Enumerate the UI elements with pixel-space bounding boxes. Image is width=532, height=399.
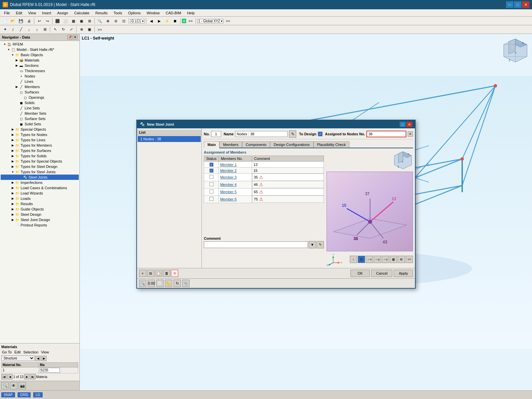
nav-close-btn[interactable]: ✕ (73, 35, 77, 40)
tree-load-cases[interactable]: ▶ 📁 Load Cases & Combinations (1, 185, 79, 191)
tree-toggle-memsets[interactable] (15, 111, 19, 115)
tree-toggle-sec[interactable]: ▶ (15, 64, 19, 67)
tree-types-nodes[interactable]: ▶ 📁 Types for Nodes (1, 132, 79, 137)
tree-toggle-mat[interactable]: ▶ (15, 58, 19, 62)
tree-surface-sets[interactable]: ◻ Surface Sets (1, 116, 79, 121)
tb2-plane[interactable]: ▣ (86, 26, 93, 33)
menu-results[interactable]: Results (93, 10, 110, 16)
tree-sections[interactable]: ▶ ▬ Sections (1, 63, 79, 68)
lg-badge[interactable]: LG (33, 392, 42, 397)
tb2-load2[interactable]: ↕ (33, 26, 41, 33)
tree-toggle-tsurfaces[interactable]: ▶ (11, 149, 15, 153)
menu-window[interactable]: Window (144, 10, 162, 16)
tree-toggle-tsteeljoints[interactable]: ▾ (11, 170, 15, 174)
nav-cube[interactable]: Y X Z (502, 37, 529, 64)
tree-member-sets[interactable]: ╱ Member Sets (1, 111, 79, 116)
menu-options[interactable]: Options (125, 10, 143, 16)
dlg-icon-2[interactable]: 0.00 (148, 280, 155, 287)
tree-toggle-imperf[interactable]: ▶ (11, 181, 15, 185)
dlg-icon-4[interactable]: 📐 (165, 280, 172, 287)
prev-tb-4[interactable]: ↔y (374, 256, 381, 263)
tb-new[interactable]: 📄 (1, 17, 9, 25)
tree-toggle-printout[interactable] (11, 223, 15, 227)
tb-arrow1[interactable]: ◀ (148, 17, 155, 25)
tree-basic-objects[interactable]: ▾ 📁 Basic Objects (1, 52, 79, 58)
clear-nodes-btn[interactable]: ✕ (408, 131, 413, 137)
cb-member-4[interactable] (209, 182, 213, 186)
tree-types-steel-joints[interactable]: ▾ 📁 Types for Steel Joints (1, 169, 79, 175)
tb-arrow2[interactable]: ▶ (156, 17, 163, 25)
tree-model[interactable]: ▾ 📋 Model - Stahl Halle.rf6* (1, 47, 79, 52)
mat-filter-back[interactable]: ◀ (35, 356, 41, 361)
prev-tb-7[interactable]: ⊞ (398, 256, 405, 263)
tree-toggle-linesets[interactable] (15, 106, 19, 110)
cb-member-5[interactable] (209, 190, 213, 194)
tree-types-solids[interactable]: ▶ 📁 Types for Solids (1, 153, 79, 159)
tree-types-special[interactable]: ▶ 📁 Types for Special Objects (1, 159, 79, 164)
menu-tools[interactable]: Tools (111, 10, 125, 16)
dialog-close-btn[interactable]: ✕ (406, 122, 412, 127)
list-item-1[interactable]: 1 Nodes : 38 (138, 136, 201, 142)
to-design-checkbox[interactable]: ✓ (318, 132, 323, 136)
tb-open[interactable]: 📂 (9, 17, 17, 25)
dlg-tb-copy[interactable]: ⧉ (147, 270, 154, 277)
tree-toggle-basic[interactable]: ▾ (11, 53, 15, 57)
tree-line-sets[interactable]: ╱ Line Sets (1, 105, 79, 111)
tree-toggle-tspecial[interactable]: ▶ (11, 159, 15, 163)
tab-components[interactable]: Components (242, 141, 270, 148)
tb2-line[interactable]: / (9, 26, 17, 33)
tree-printout[interactable]: 📄 Printout Reports (1, 222, 79, 228)
tree-toggle-open[interactable] (19, 95, 23, 99)
tb-search[interactable]: 🔍 (96, 17, 103, 25)
mat-view[interactable]: View (40, 350, 50, 354)
tree-toggle-thick[interactable] (15, 69, 19, 73)
dlg-icon-1[interactable]: 🔍 (139, 280, 146, 287)
name-edit-btn[interactable]: ✎ (289, 130, 296, 138)
tree-toggle-tmembers[interactable]: ▶ (11, 143, 15, 147)
tree-toggle-sjd[interactable]: ▶ (11, 218, 15, 222)
nav-eye-btn[interactable]: 👁 (10, 382, 17, 389)
tab-design-config[interactable]: Design Configurations (270, 141, 313, 148)
tb-zoom-out[interactable]: ⊖ (112, 17, 119, 25)
menu-cad-bim[interactable]: CAD-BIM (163, 10, 184, 16)
tb-view1[interactable]: ⬛ (54, 17, 61, 25)
tb2-snap[interactable]: ⊞ (41, 26, 49, 33)
mat-filter-select[interactable]: Structure (1, 355, 35, 361)
tab-plausibility[interactable]: Plausibility Check (314, 141, 349, 148)
mat-selection[interactable]: Selection (23, 350, 39, 354)
nav-cam-btn[interactable]: 📷 (19, 382, 26, 389)
tree-rfem[interactable]: ▾ 🏠 RFEM (1, 42, 79, 47)
prev-tb-3[interactable]: ↔x (366, 256, 373, 263)
tree-toggle-tsolids[interactable]: ▶ (11, 154, 15, 158)
tree-toggle-results[interactable]: ▶ (11, 202, 15, 206)
mat-next[interactable]: ▶ (24, 374, 30, 379)
dlg-tb-paste[interactable]: 📋 (155, 270, 162, 277)
tree-steel-joint-design[interactable]: ▶ 📁 Steel Joint Design (1, 217, 79, 222)
tb2-rotate[interactable]: ↻ (60, 26, 67, 33)
menu-calculate[interactable]: Calculate (71, 10, 92, 16)
dlg-icon-6[interactable]: 📎 (182, 280, 190, 287)
menu-view[interactable]: View (26, 10, 39, 16)
tree-nodes[interactable]: • Nodes (1, 73, 79, 79)
tree-toggle-loadcases[interactable]: ▶ (11, 186, 15, 190)
tb2-member[interactable]: ╱ (17, 26, 25, 33)
mat-last[interactable]: ▶| (30, 374, 36, 379)
name-field[interactable] (235, 131, 288, 137)
cancel-button[interactable]: Cancel (371, 270, 392, 277)
tree-lines[interactable]: ╱ Lines (1, 79, 79, 84)
tb-more2[interactable]: >> (224, 17, 231, 25)
comment-btn[interactable]: ▾ (309, 241, 316, 248)
dialog-maximize-btn[interactable]: □ (400, 122, 406, 127)
apply-button[interactable]: Apply (394, 270, 413, 277)
tb-more1[interactable]: >> (187, 17, 194, 25)
tb2-scale[interactable]: ⤢ (67, 26, 75, 33)
tree-toggle-lines[interactable] (15, 79, 19, 83)
dlg-tb-del[interactable]: 🗑 (163, 270, 170, 277)
tree-toggle-members[interactable]: ▶ (15, 85, 19, 89)
mat-prev[interactable]: ◀ (7, 374, 13, 379)
tree-toggle-model[interactable]: ▾ (7, 48, 11, 52)
tree-materials[interactable]: ▶ 📦 Materials (1, 58, 79, 63)
tb-view3[interactable]: ▦ (70, 17, 77, 25)
mat-filter-forward[interactable]: ▶ (41, 356, 47, 361)
assigned-nodes-field[interactable] (366, 131, 406, 137)
